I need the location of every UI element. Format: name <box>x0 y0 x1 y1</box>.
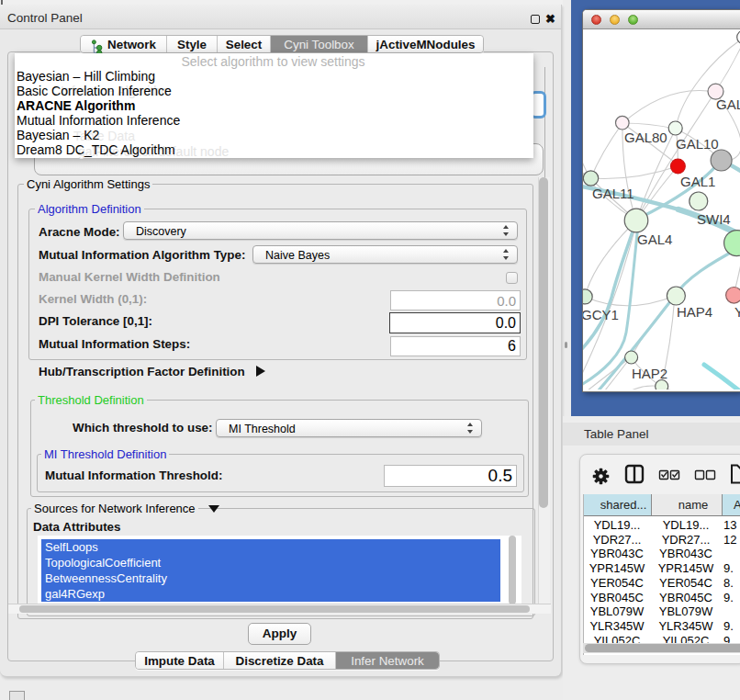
svg-text:HAP2: HAP2 <box>632 366 667 381</box>
svg-text:GAL80: GAL80 <box>624 130 667 145</box>
svg-text:GAL10: GAL10 <box>676 136 719 152</box>
svg-text:HAP4: HAP4 <box>677 304 712 320</box>
svg-text:GAL11: GAL11 <box>592 186 634 201</box>
svg-text:GCY1: GCY1 <box>583 307 619 322</box>
svg-text:GAL4: GAL4 <box>637 231 672 247</box>
svg-text:SWI4: SWI4 <box>697 211 731 227</box>
svg-text:GAL1: GAL1 <box>680 174 715 189</box>
svg-text:YJR048W: YJR048W <box>734 304 740 320</box>
svg-text:GAL7: GAL7 <box>716 96 740 112</box>
